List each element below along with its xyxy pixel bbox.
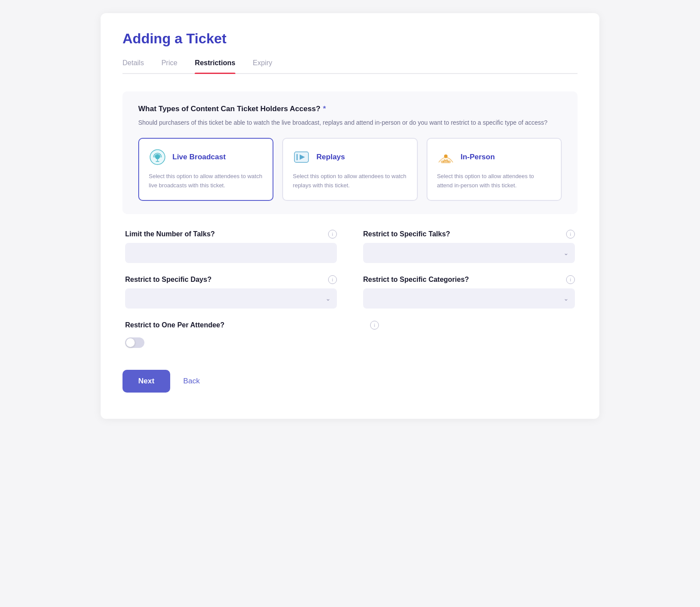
page-title: Adding a Ticket	[122, 31, 578, 47]
replay-icon	[293, 148, 310, 166]
toggle-row	[125, 337, 379, 348]
restrict-talks-select[interactable]	[363, 243, 575, 263]
restrict-one-per-info-icon[interactable]: i	[370, 321, 379, 330]
broadcast-icon	[149, 148, 166, 166]
limit-talks-info-icon[interactable]: i	[328, 230, 337, 239]
restrict-talks-select-wrapper: ⌄	[363, 243, 575, 263]
restrict-days-select[interactable]	[125, 288, 337, 309]
restrict-talks-label: Restrict to Specific Talks?	[363, 230, 450, 238]
restrict-days-select-wrapper: ⌄	[125, 288, 337, 309]
card-live-broadcast[interactable]: Live Broadcast Select this option to all…	[138, 138, 273, 201]
tabs-bar: Details Price Restrictions Expiry	[122, 59, 578, 74]
field-limit-talks: Limit the Number of Talks? i	[125, 230, 337, 263]
restrict-days-info-icon[interactable]: i	[328, 275, 337, 284]
limit-talks-input[interactable]	[125, 243, 337, 263]
restrict-talks-info-icon[interactable]: i	[566, 230, 575, 239]
card-replays-title: Replays	[316, 153, 345, 161]
field-restrict-talks: Restrict to Specific Talks? i ⌄	[363, 230, 575, 263]
required-indicator: *	[323, 105, 326, 113]
card-in-person[interactable]: In-Person Select this option to allow at…	[427, 138, 562, 201]
restrict-days-label: Restrict to Specific Days?	[125, 276, 211, 284]
field-restrict-days: Restrict to Specific Days? i ⌄	[125, 275, 337, 309]
page-container: Adding a Ticket Details Price Restrictio…	[101, 13, 599, 419]
inperson-icon	[437, 148, 455, 166]
card-live-broadcast-desc: Select this option to allow attendees to…	[149, 172, 263, 190]
tab-expiry[interactable]: Expiry	[253, 59, 272, 73]
card-replays-desc: Select this option to allow attendees to…	[293, 172, 407, 190]
restrict-categories-info-icon[interactable]: i	[566, 275, 575, 284]
tab-restrictions[interactable]: Restrictions	[195, 59, 235, 73]
restrict-categories-select-wrapper: ⌄	[363, 288, 575, 309]
footer: Next Back	[122, 370, 578, 393]
restrict-categories-select[interactable]	[363, 288, 575, 309]
form-fields-section: Limit the Number of Talks? i Restrict to…	[122, 230, 578, 348]
restrict-one-per-label: Restrict to One Per Attendee?	[125, 321, 224, 329]
card-in-person-desc: Select this option to allow attendees to…	[437, 172, 551, 190]
restrict-categories-label: Restrict to Specific Categories?	[363, 276, 469, 284]
tab-price[interactable]: Price	[161, 59, 177, 73]
svg-point-1	[155, 155, 160, 159]
restrict-one-per-toggle[interactable]	[125, 337, 144, 348]
limit-talks-label: Limit the Number of Talks?	[125, 230, 215, 238]
field-restrict-categories: Restrict to Specific Categories? i ⌄	[363, 275, 575, 309]
svg-point-7	[444, 154, 448, 158]
next-button[interactable]: Next	[122, 370, 170, 393]
card-live-broadcast-title: Live Broadcast	[172, 153, 226, 161]
back-button[interactable]: Back	[183, 377, 200, 386]
tab-details[interactable]: Details	[122, 59, 144, 73]
section-question: What Types of Content Can Ticket Holders…	[138, 105, 562, 113]
section-description: Should purchasers of this ticket be able…	[138, 118, 562, 127]
card-replays[interactable]: Replays Select this option to allow atte…	[282, 138, 417, 201]
access-cards-row: Live Broadcast Select this option to all…	[138, 138, 562, 201]
svg-rect-8	[441, 161, 451, 163]
fields-grid: Limit the Number of Talks? i Restrict to…	[125, 230, 575, 309]
content-access-section: What Types of Content Can Ticket Holders…	[122, 91, 578, 214]
card-in-person-title: In-Person	[461, 153, 495, 161]
field-restrict-one-per: Restrict to One Per Attendee? i	[125, 321, 379, 348]
